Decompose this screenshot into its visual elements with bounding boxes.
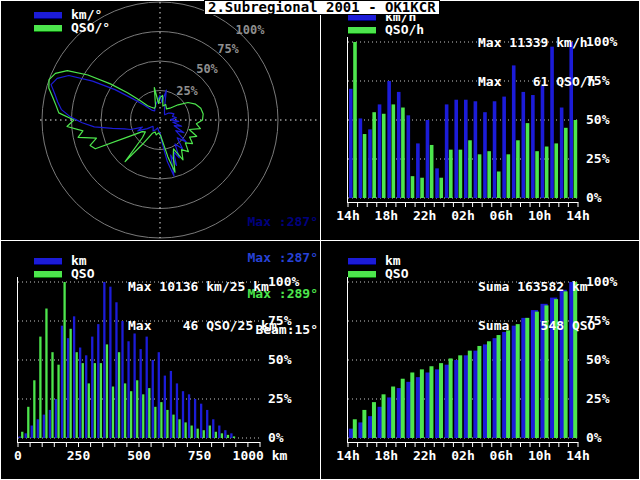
svg-text:1000 km: 1000 km [233,448,288,463]
svg-text:18h: 18h [375,208,398,223]
svg-text:14h: 14h [566,448,589,463]
cumulative-quadrant: 100%75%50%25%0%14h18h22h02h06h10h14h km … [320,240,640,480]
svg-text:02h: 02h [451,448,474,463]
svg-text:14h: 14h [336,208,359,223]
svg-text:750: 750 [188,448,212,463]
x-axis-labels: 02505007501000 km [14,448,287,463]
qso-swatch-icon [34,25,62,31]
hourly-max-stats: Max 11339 km/h Max 61 QSO/h [478,10,595,114]
distance-legend: km QSO [34,254,94,280]
svg-text:25%: 25% [586,151,610,166]
svg-text:10h: 10h [528,208,551,223]
suma-km: Suma 163582 km [478,280,595,293]
max-km-per-hour: Max 11339 km/h [478,36,595,49]
svg-text:02h: 02h [451,208,474,223]
svg-text:25%: 25% [586,391,610,406]
legend-label-qso: QSO [71,267,94,280]
max-qso-per-bin: Max 46 QSO/25 km [128,319,277,332]
svg-text:0%: 0% [586,430,602,445]
qso-swatch-icon [348,271,376,277]
svg-text:0: 0 [14,448,22,463]
max-km-per-bin: Max 10136 km/25 km [128,280,277,293]
svg-text:06h: 06h [490,208,513,223]
x-axis-labels: 14h18h22h02h06h10h14h [336,448,589,463]
polar-legend: km/° QSO/° [34,8,110,34]
polar-quadrant: 25%50%75%100% km/° QSO/° Max :287° Max :… [0,0,320,240]
contest-analysis-screen: 25%50%75%100% km/° QSO/° Max :287° Max :… [0,0,640,480]
svg-text:75%: 75% [217,42,239,56]
distance-histogram-quadrant: 100%75%50%25%0%02505007501000 km km QSO … [0,240,320,480]
svg-text:14h: 14h [336,448,359,463]
svg-text:250: 250 [67,448,91,463]
legend-label-qso: QSO [385,267,408,280]
title-bar: 2.Subregional 2001 - OK1KCR [204,0,440,15]
svg-text:500: 500 [127,448,151,463]
polar-ring-labels: 25%50%75%100% [176,23,265,98]
legend-row-qso: QSO [348,267,408,280]
max-qso-per-hour: Max 61 QSO/h [478,75,595,88]
svg-text:0%: 0% [586,190,602,205]
distance-max-stats: Max 10136 km/25 km Max 46 QSO/25 km [128,254,277,358]
svg-text:25%: 25% [176,84,198,98]
cumulative-sum-stats: Suma 163582 km Suma 548 QSO [478,254,595,358]
svg-text:14h: 14h [566,208,589,223]
legend-label-qso: QSO/° [71,21,110,34]
legend-row-qso: QSO/° [34,21,110,34]
svg-text:0%: 0% [268,430,284,445]
svg-text:100%: 100% [236,23,266,37]
legend-row-qso: QSO [34,267,94,280]
qso-swatch-icon [34,271,62,277]
qso-swatch-icon [348,27,376,33]
cumulative-legend: km QSO [348,254,408,280]
km-swatch-icon [34,12,62,18]
svg-text:50%: 50% [196,62,218,76]
km-swatch-icon [348,258,376,264]
svg-text:06h: 06h [490,448,513,463]
polar-footer-shadow-line: Max :287° [248,216,318,228]
svg-text:22h: 22h [413,448,436,463]
legend-row-qso: QSO/h [348,23,424,36]
svg-text:10h: 10h [528,448,551,463]
svg-text:22h: 22h [413,208,436,223]
svg-text:25%: 25% [268,391,292,406]
hourly-rate-quadrant: 100%75%50%25%0%14h18h22h02h06h10h14h km/… [320,0,640,240]
x-axis-labels: 14h18h22h02h06h10h14h [336,208,589,223]
legend-label-qso: QSO/h [385,23,424,36]
km-swatch-icon [34,258,62,264]
svg-text:50%: 50% [586,112,610,127]
suma-qso: Suma 548 QSO [478,319,595,332]
svg-text:18h: 18h [375,448,398,463]
